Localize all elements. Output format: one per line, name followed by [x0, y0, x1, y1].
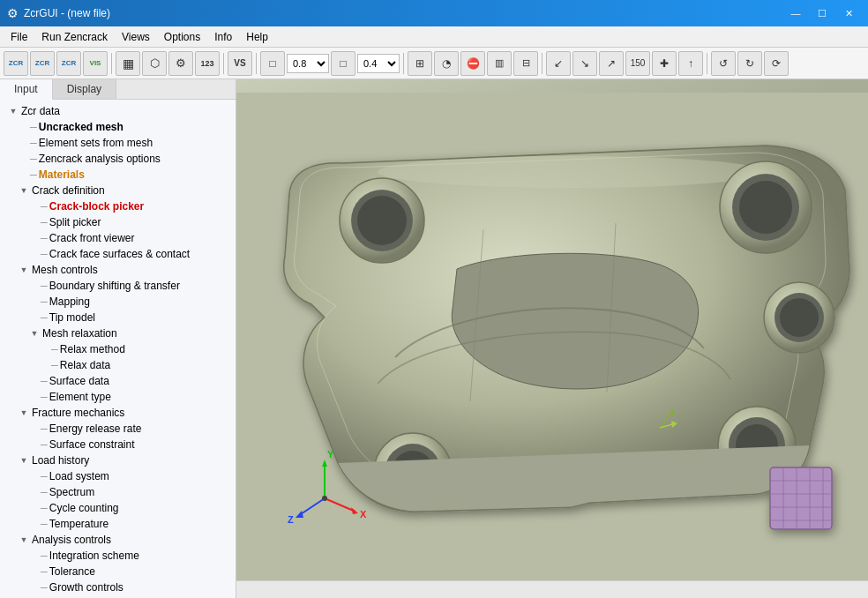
menu-item-views[interactable]: Views: [115, 26, 157, 47]
tree-node-mapping[interactable]: ─ Mapping: [0, 294, 236, 310]
tree-node-crack-face-surfaces[interactable]: ─ Crack face surfaces & contact: [0, 246, 236, 262]
tree-node-tolerance[interactable]: ─ Tolerance: [0, 564, 236, 579]
tree-node-zcr-data[interactable]: ▼Zcr data: [0, 103, 236, 119]
node-label-zcr-data: Zcr data: [21, 105, 60, 117]
value2-select[interactable]: 0.4 0.8 0.2: [357, 54, 400, 73]
tree-node-analysis-controls[interactable]: ▼Analysis controls: [0, 532, 236, 548]
minimize-button[interactable]: —: [783, 4, 808, 22]
gear-button[interactable]: ⚙: [168, 51, 193, 76]
tree-node-integration-scheme[interactable]: ─ Integration scheme: [0, 548, 236, 564]
tab-display[interactable]: Display: [53, 79, 116, 99]
vs-button[interactable]: VS: [228, 51, 252, 76]
num-button[interactable]: 123: [195, 51, 220, 76]
tree-node-relax-method[interactable]: ─ Relax method: [0, 341, 236, 357]
up-button[interactable]: ↑: [678, 51, 703, 76]
value1-select[interactable]: 0.8 1.0 0.5: [287, 54, 329, 73]
menu-item-options[interactable]: Options: [157, 26, 207, 47]
tree-node-crack-def[interactable]: ▼Crack definition: [0, 183, 236, 198]
dash-surface-constraint: ─: [41, 439, 48, 450]
dash-split-picker: ─: [41, 217, 48, 228]
dash-energy-release-rate: ─: [41, 423, 48, 434]
menu-item-info[interactable]: Info: [207, 26, 239, 47]
tab-bar: Input Display: [0, 79, 236, 100]
expand-icon-analysis-controls[interactable]: ▼: [18, 534, 30, 546]
stop-button[interactable]: ⛔: [460, 51, 485, 76]
dash-boundary-shifting: ─: [41, 280, 48, 291]
tree-node-element-sets[interactable]: ─ Element sets from mesh: [0, 135, 236, 151]
tree-node-zencrack-options[interactable]: ─ Zencrack analysis options: [0, 151, 236, 167]
tree-node-surface-constraint[interactable]: ─ Surface constraint: [0, 437, 236, 452]
tree-node-spectrum[interactable]: ─ Spectrum: [0, 484, 236, 500]
tab-input[interactable]: Input: [0, 79, 53, 100]
tree-node-load-system[interactable]: ─ Load system: [0, 468, 236, 484]
square-btn1[interactable]: □: [260, 51, 285, 76]
dash-integration-scheme: ─: [41, 550, 48, 561]
square-btn2[interactable]: □: [331, 51, 355, 76]
tree-node-fracture-mechanics[interactable]: ▼Fracture mechanics: [0, 405, 236, 421]
tree-node-load-history[interactable]: ▼Load history: [0, 452, 236, 468]
tree-node-surface-data[interactable]: ─ Surface data: [0, 373, 236, 389]
maximize-button[interactable]: ☐: [810, 4, 834, 22]
titlebar: ⚙ ZcrGUI - (new file) — ☐ ✕: [0, 0, 868, 26]
arrow3-button[interactable]: ↗: [599, 51, 624, 76]
node-label-boundary-shifting: Boundary shifting & transfer: [49, 280, 180, 292]
tree-node-relax-data[interactable]: ─ Relax data: [0, 357, 236, 373]
tree-node-materials[interactable]: ─ Materials: [0, 167, 236, 183]
svg-point-4: [357, 196, 407, 245]
tree-node-energy-release-rate[interactable]: ─ Energy release rate: [0, 421, 236, 437]
menu-item-help[interactable]: Help: [239, 26, 275, 47]
tree-node-element-type[interactable]: ─ Element type: [0, 389, 236, 405]
rotate-button[interactable]: 150: [625, 51, 650, 76]
tree-node-uncracked-mesh[interactable]: ─ Uncracked mesh: [0, 119, 236, 135]
node-label-materials: Materials: [39, 168, 85, 181]
expand-icon-zcr-data[interactable]: ▼: [7, 105, 19, 117]
tree-node-mesh-relaxation[interactable]: ▼Mesh relaxation: [0, 325, 236, 341]
node-label-element-type: Element type: [49, 391, 111, 403]
vis-button[interactable]: VIS: [83, 51, 108, 76]
node-label-energy-release-rate: Energy release rate: [49, 422, 142, 435]
tree-node-temperature[interactable]: ─ Temperature: [0, 516, 236, 532]
expand-icon-load-history[interactable]: ▼: [18, 454, 30, 467]
node-label-uncracked-mesh: Uncracked mesh: [39, 121, 123, 133]
node-label-relax-method: Relax method: [60, 343, 125, 355]
model-svg: Y X Z: [236, 79, 868, 598]
table-button[interactable]: ⊟: [513, 51, 538, 76]
node-label-crack-face-surfaces: Crack face surfaces & contact: [49, 248, 190, 260]
expand-icon-mesh-controls[interactable]: ▼: [18, 264, 30, 276]
chart-button[interactable]: ▥: [487, 51, 512, 76]
close-button[interactable]: ✕: [836, 4, 861, 22]
rot1-button[interactable]: ↺: [711, 51, 736, 76]
tree-node-crack-front-viewer[interactable]: ─ Crack front viewer: [0, 230, 236, 246]
svg-rect-17: [770, 467, 832, 529]
tree-node-mesh-controls[interactable]: ▼Mesh controls: [0, 262, 236, 278]
tree-container[interactable]: ▼Zcr data─ Uncracked mesh─ Element sets …: [0, 100, 236, 598]
tree-node-growth-controls[interactable]: ─ Growth controls: [0, 579, 236, 595]
menubar: FileRun ZencrackViewsOptionsInfoHelp: [0, 26, 868, 48]
menu-item-run-zencrack[interactable]: Run Zencrack: [34, 26, 115, 47]
arrow1-button[interactable]: ↙: [546, 51, 571, 76]
menu-item-file[interactable]: File: [4, 26, 34, 47]
model-button[interactable]: ⬡: [142, 51, 167, 76]
tree-node-cycle-counting[interactable]: ─ Cycle counting: [0, 500, 236, 516]
rot2-button[interactable]: ↻: [737, 51, 762, 76]
zcr2-button[interactable]: ZCR: [30, 51, 55, 76]
window-controls: — ☐ ✕: [783, 4, 861, 22]
tree-node-crack-block-picker[interactable]: ─ Crack-block picker: [0, 198, 236, 214]
zcr3-button[interactable]: ZCR: [56, 51, 81, 76]
tree-node-boundary-shifting[interactable]: ─ Boundary shifting & transfer: [0, 278, 236, 294]
tree-node-tip-model[interactable]: ─ Tip model: [0, 310, 236, 325]
viewport[interactable]: Y X Z: [236, 79, 868, 598]
arrow2-button[interactable]: ↘: [572, 51, 597, 76]
move-button[interactable]: ✚: [652, 51, 677, 76]
expand-icon-mesh-relaxation[interactable]: ▼: [28, 327, 41, 340]
clock-button[interactable]: ◔: [434, 51, 459, 76]
statusbar: [236, 580, 868, 598]
zcr1-button[interactable]: ZCR: [4, 51, 28, 76]
expand-icon-fracture-mechanics[interactable]: ▼: [18, 407, 30, 419]
tree-node-split-picker[interactable]: ─ Split picker: [0, 214, 236, 230]
rot3-button[interactable]: ⟳: [764, 51, 789, 76]
mesh-button[interactable]: ▦: [116, 51, 140, 76]
expand-icon-crack-def[interactable]: ▼: [18, 184, 30, 197]
grid-button[interactable]: ⊞: [408, 51, 432, 76]
dash-crack-block-picker: ─: [41, 201, 48, 212]
